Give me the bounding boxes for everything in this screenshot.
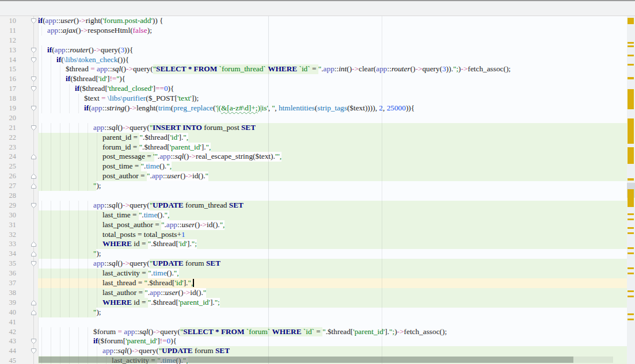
code-line[interactable]: 34"); bbox=[0, 249, 627, 259]
code-line-text[interactable] bbox=[38, 191, 627, 201]
code-line-text[interactable]: if($thread['thread_closed']==0){ bbox=[38, 84, 627, 94]
warning-marker[interactable] bbox=[628, 273, 634, 274]
code-line-text[interactable]: if($forum['parent_id']!=0){ bbox=[38, 336, 627, 346]
line-number[interactable]: 36 bbox=[0, 269, 16, 278]
code-line-text[interactable]: if(\libs\token_check()){ bbox=[38, 55, 627, 65]
warning-marker[interactable] bbox=[628, 64, 634, 66]
line-number[interactable]: 22 bbox=[0, 133, 16, 143]
code-line-text[interactable]: WHERE id = ".$thread['parent_id']."; bbox=[38, 298, 627, 308]
warning-marker[interactable] bbox=[628, 178, 634, 181]
fold-marker-icon[interactable] bbox=[16, 308, 38, 317]
line-number[interactable]: 28 bbox=[0, 191, 16, 201]
line-number[interactable]: 45 bbox=[0, 356, 16, 364]
code-line[interactable]: 37last_thread = ".$thread['id'].", bbox=[0, 278, 627, 288]
line-number[interactable]: 12 bbox=[0, 36, 16, 45]
code-line[interactable]: 21app::sql()->query("INSERT INTO forum_p… bbox=[0, 123, 627, 133]
fold-marker-icon[interactable] bbox=[16, 346, 38, 356]
code-line-text[interactable]: post_message = '".app::sql()->real_escap… bbox=[38, 152, 627, 162]
code-line[interactable]: 10if(app::user()->right('forum.post-add'… bbox=[0, 16, 627, 26]
line-number[interactable]: 27 bbox=[0, 181, 16, 191]
code-line[interactable]: 38last_author = ".app::user()->id()." bbox=[0, 288, 627, 298]
line-number[interactable]: 32 bbox=[0, 230, 16, 240]
code-line[interactable]: 33WHERE id = ".$thread['id']."; bbox=[0, 239, 627, 249]
warning-marker[interactable] bbox=[628, 290, 634, 292]
line-number[interactable]: 37 bbox=[0, 278, 16, 288]
code-line[interactable]: 43if($forum['parent_id']!=0){ bbox=[0, 336, 627, 346]
line-number[interactable]: 35 bbox=[0, 259, 16, 269]
fold-marker-icon[interactable] bbox=[16, 298, 38, 308]
code-line[interactable]: 39WHERE id = ".$thread['parent_id']."; bbox=[0, 298, 627, 308]
code-line[interactable]: 20 bbox=[0, 113, 627, 123]
code-line[interactable]: 17if($thread['thread_closed']==0){ bbox=[0, 84, 627, 94]
code-line-text[interactable]: app::ajax()->responseHtml(false); bbox=[38, 26, 627, 36]
line-number[interactable]: 15 bbox=[0, 64, 16, 74]
code-line[interactable]: 25post_time = ".time().", bbox=[0, 162, 627, 171]
line-number[interactable]: 23 bbox=[0, 143, 16, 152]
code-line[interactable]: 36last_activity = ".time().", bbox=[0, 269, 627, 278]
line-number[interactable]: 42 bbox=[0, 327, 16, 337]
warning-marker[interactable] bbox=[628, 55, 634, 56]
warning-marker[interactable] bbox=[628, 189, 634, 207]
code-line-text[interactable]: last_time = ".time().", bbox=[38, 210, 627, 220]
code-line-text[interactable]: app::sql()->query("UPDATE forum SET bbox=[38, 259, 627, 269]
line-number[interactable]: 34 bbox=[0, 249, 16, 259]
fold-marker-icon[interactable] bbox=[16, 181, 38, 191]
line-number[interactable]: 31 bbox=[0, 220, 16, 230]
warning-marker[interactable] bbox=[628, 118, 634, 144]
code-line[interactable]: 16if($thread['id']!=''){ bbox=[0, 74, 627, 84]
code-line-text[interactable] bbox=[38, 317, 627, 327]
code-line-text[interactable]: "); bbox=[38, 181, 627, 191]
code-line-text[interactable]: post_author = ".app::user()->id()." bbox=[38, 171, 627, 181]
code-line-text[interactable]: $forum = app::sql()->query("SELECT * FRO… bbox=[38, 327, 627, 337]
code-line-text[interactable]: app::sql()->query("UPDATE forum_thread S… bbox=[38, 201, 627, 210]
warning-marker[interactable] bbox=[628, 232, 634, 234]
warning-marker[interactable] bbox=[628, 18, 634, 24]
code-line[interactable]: 14if(\libs\token_check()){ bbox=[0, 55, 627, 65]
line-number[interactable]: 10 bbox=[0, 16, 16, 26]
line-number[interactable]: 11 bbox=[0, 26, 16, 36]
fold-marker-icon[interactable] bbox=[16, 249, 38, 259]
line-number[interactable]: 13 bbox=[0, 45, 16, 55]
code-line-text[interactable]: if($thread['id']!=''){ bbox=[38, 74, 627, 84]
code-line[interactable]: 12 bbox=[0, 36, 627, 45]
fold-marker-icon[interactable] bbox=[16, 104, 38, 113]
warning-marker[interactable] bbox=[628, 89, 634, 109]
line-number[interactable]: 18 bbox=[0, 94, 16, 104]
code-line[interactable]: 26post_author = ".app::user()->id()." bbox=[0, 171, 627, 181]
code-line[interactable]: 18$text = \libs\purifier($_POST['text'])… bbox=[0, 94, 627, 104]
code-line-text[interactable]: parent_id = ".$thread['id'].", bbox=[38, 133, 627, 143]
code-line-text[interactable] bbox=[38, 113, 627, 123]
fold-marker-icon[interactable] bbox=[16, 84, 38, 94]
code-line-text[interactable]: WHERE id = ".$thread['id']."; bbox=[38, 239, 627, 249]
warning-marker[interactable] bbox=[628, 45, 634, 47]
code-line-text[interactable]: "); bbox=[38, 308, 627, 317]
warning-marker[interactable] bbox=[628, 219, 634, 220]
code-line-text[interactable]: post_time = ".time().", bbox=[38, 162, 627, 171]
fold-marker-icon[interactable] bbox=[16, 55, 38, 65]
error-stripe[interactable] bbox=[627, 16, 635, 364]
code-line-text[interactable]: total_posts = total_posts+1 bbox=[38, 230, 627, 240]
line-number[interactable]: 26 bbox=[0, 171, 16, 181]
warning-marker[interactable] bbox=[628, 319, 634, 320]
fold-marker-icon[interactable] bbox=[16, 16, 38, 26]
fold-marker-icon[interactable] bbox=[16, 74, 38, 84]
warning-marker[interactable] bbox=[628, 147, 634, 164]
code-line-text[interactable]: $thread = app::sql()->query("SELECT * FR… bbox=[38, 64, 627, 74]
code-line[interactable]: 42$forum = app::sql()->query("SELECT * F… bbox=[0, 327, 627, 337]
horizontal-scrollbar[interactable] bbox=[39, 357, 613, 363]
warning-marker[interactable] bbox=[628, 247, 634, 249]
code-line[interactable]: 19if(app::string()->lenght(trim(preg_rep… bbox=[0, 104, 627, 113]
line-number[interactable]: 33 bbox=[0, 239, 16, 249]
line-number[interactable]: 17 bbox=[0, 84, 16, 94]
code-line[interactable]: 29app::sql()->query("UPDATE forum_thread… bbox=[0, 201, 627, 210]
code-line[interactable]: 30last_time = ".time().", bbox=[0, 210, 627, 220]
code-line-text[interactable]: last_author = ".app::user()->id()." bbox=[38, 288, 627, 298]
code-line[interactable]: 40"); bbox=[0, 308, 627, 317]
line-number[interactable]: 16 bbox=[0, 74, 16, 84]
fold-marker-icon[interactable] bbox=[16, 171, 38, 181]
line-number[interactable]: 14 bbox=[0, 55, 16, 65]
code-line-text[interactable]: last_post_author = ".app::user()->id()."… bbox=[38, 220, 627, 230]
warning-marker[interactable] bbox=[628, 42, 634, 44]
fold-marker-icon[interactable] bbox=[16, 239, 38, 249]
line-number[interactable]: 40 bbox=[0, 308, 16, 317]
